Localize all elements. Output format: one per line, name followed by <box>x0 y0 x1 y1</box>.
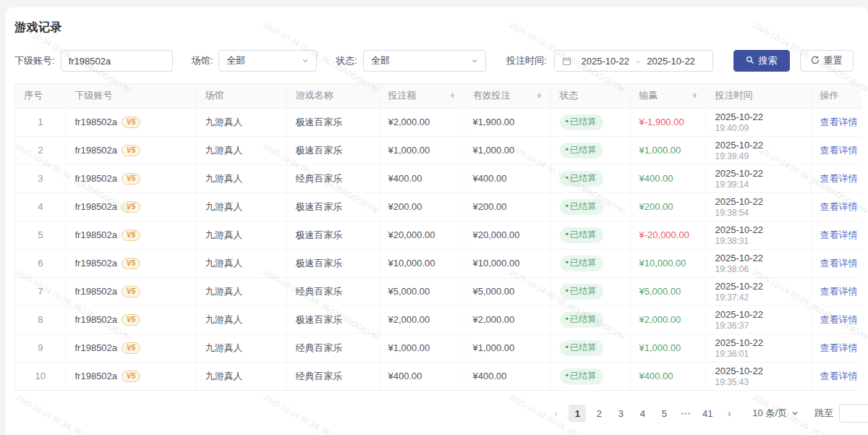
cell-bet-amount: ¥2,000.00 <box>379 108 464 136</box>
page-number-1[interactable]: 1 <box>569 405 586 422</box>
cell-winloss: ¥-1,900.00 <box>630 108 706 136</box>
search-button-label: 搜索 <box>759 54 778 67</box>
view-details-link[interactable]: 查看详情 <box>820 286 858 297</box>
winloss-value: ¥400.00 <box>639 371 673 381</box>
bet-date: 2025-10-22 <box>715 366 802 377</box>
column-header-7: 状态 <box>550 84 630 108</box>
view-details-link[interactable]: 查看详情 <box>820 371 858 381</box>
cell-game-name: 极速百家乐 <box>286 221 379 249</box>
bet-date: 2025-10-22 <box>715 140 802 151</box>
account-name: fr198502a <box>75 229 118 240</box>
cell-account: fr198502aV5 <box>66 334 196 362</box>
view-details-link[interactable]: 查看详情 <box>820 229 858 240</box>
page-number-4[interactable]: 4 <box>634 405 651 422</box>
bet-time: 19:39:49 <box>715 151 802 161</box>
cell-bet-time: 2025-10-2219:38:54 <box>706 193 811 221</box>
page-number-5[interactable]: 5 <box>655 405 673 422</box>
cell-game-name: 极速百家乐 <box>286 108 379 136</box>
cell-game-name: 经典百家乐 <box>286 334 379 362</box>
cell-venue: 九游真人 <box>196 249 286 277</box>
cell-venue: 九游真人 <box>196 221 286 249</box>
status-select[interactable]: 全部 <box>363 50 486 72</box>
cell-account: fr198502aV5 <box>66 193 196 221</box>
next-page-icon[interactable]: › <box>720 405 738 422</box>
cell-index: 8 <box>15 305 66 334</box>
cell-index: 4 <box>15 193 66 221</box>
view-details-link[interactable]: 查看详情 <box>820 145 858 156</box>
cell-bet-amount: ¥20,000.00 <box>379 221 464 249</box>
cell-action: 查看详情 <box>811 164 861 193</box>
cell-venue: 九游真人 <box>196 164 286 193</box>
view-details-link[interactable]: 查看详情 <box>820 117 858 127</box>
cell-status: •已结算 <box>550 362 630 390</box>
sort-icon[interactable]: ▲▼ <box>450 93 455 98</box>
cell-venue: 九游真人 <box>196 334 286 362</box>
page-size-select[interactable]: 10 条/页 <box>752 407 799 420</box>
sort-icon[interactable]: ▲▼ <box>692 93 697 98</box>
cell-status: •已结算 <box>550 193 630 221</box>
column-header-6[interactable]: 有效投注▲▼ <box>464 84 550 108</box>
chevron-down-icon <box>791 408 799 419</box>
status-badge: •已结算 <box>560 227 604 243</box>
vip-level-badge: V5 <box>122 229 140 241</box>
vip-level-badge: V5 <box>122 286 140 297</box>
cell-action: 查看详情 <box>811 193 861 221</box>
vip-level-badge: V5 <box>122 145 140 156</box>
cell-account: fr198502aV5 <box>66 362 196 390</box>
vip-level-badge: V5 <box>122 314 140 326</box>
vip-level-badge: V5 <box>122 173 140 185</box>
cell-game-name: 经典百家乐 <box>286 362 379 390</box>
status-badge: •已结算 <box>560 340 604 356</box>
view-details-link[interactable]: 查看详情 <box>820 173 858 184</box>
page-number-41[interactable]: 41 <box>699 405 716 422</box>
filter-status: 状态: 全部 <box>336 50 506 72</box>
view-details-link[interactable]: 查看详情 <box>820 201 858 212</box>
venue-select[interactable]: 全部 <box>218 50 317 72</box>
cell-venue: 九游真人 <box>196 193 286 221</box>
cell-index: 5 <box>15 221 66 249</box>
account-name: fr198502a <box>75 371 118 381</box>
sort-icon[interactable]: ▲▼ <box>537 93 542 98</box>
cell-bet-amount: ¥1,000.00 <box>379 334 464 362</box>
page-ellipsis[interactable]: ••• <box>677 405 694 422</box>
cell-winloss: ¥1,000.00 <box>630 136 706 164</box>
view-details-link[interactable]: 查看详情 <box>820 342 858 353</box>
date-end-value: 2025-10-22 <box>647 56 695 67</box>
table-row: 6fr198502aV5九游真人极速百家乐¥10,000.00¥10,000.0… <box>15 249 861 277</box>
winloss-value: ¥-1,900.00 <box>639 117 684 127</box>
jump-to-group: 跳至 <box>814 404 858 423</box>
column-header-5[interactable]: 投注额▲▼ <box>379 84 464 108</box>
cell-bet-time: 2025-10-2219:40:09 <box>706 108 811 136</box>
table-row: 1fr198502aV5九游真人极速百家乐¥2,000.00¥1,900.00•… <box>15 108 861 136</box>
winloss-value: ¥1,000.00 <box>639 145 681 156</box>
account-label: 下级账号: <box>14 54 55 67</box>
calendar-icon <box>562 56 571 66</box>
cell-winloss: ¥2,000.00 <box>630 305 706 334</box>
page-number-3[interactable]: 3 <box>612 405 629 422</box>
bet-time: 19:36:37 <box>715 321 802 331</box>
cell-action: 查看详情 <box>811 136 861 164</box>
date-range-picker[interactable]: 2025-10-22 - 2025-10-22 <box>554 50 713 72</box>
prev-page-icon[interactable]: ‹ <box>547 405 564 422</box>
table-row: 2fr198502aV5九游真人极速百家乐¥1,000.00¥1,000.00•… <box>15 136 861 164</box>
view-details-link[interactable]: 查看详情 <box>820 314 858 325</box>
search-button[interactable]: 搜索 <box>733 50 790 72</box>
cell-status: •已结算 <box>550 334 630 362</box>
date-separator: - <box>637 56 639 67</box>
column-label: 序号 <box>24 89 43 102</box>
jump-to-input[interactable] <box>839 404 868 423</box>
filter-account: 下级账号: <box>14 50 173 72</box>
account-name: fr198502a <box>75 173 118 184</box>
status-badge: •已结算 <box>560 255 604 271</box>
reset-button[interactable]: 重置 <box>800 50 854 72</box>
cell-bet-time: 2025-10-2219:36:01 <box>706 334 811 362</box>
page-number-2[interactable]: 2 <box>590 405 608 422</box>
table-row: 10fr198502aV5九游真人经典百家乐¥400.00¥400.00•已结算… <box>15 362 861 390</box>
account-input[interactable] <box>61 50 173 72</box>
status-badge: •已结算 <box>560 114 604 130</box>
venue-label: 场馆: <box>192 54 213 67</box>
view-details-link[interactable]: 查看详情 <box>820 258 858 269</box>
bet-date: 2025-10-22 <box>715 309 802 321</box>
column-header-8[interactable]: 输赢▲▼ <box>630 84 706 108</box>
cell-valid-bet: ¥20,000.00 <box>464 221 550 249</box>
